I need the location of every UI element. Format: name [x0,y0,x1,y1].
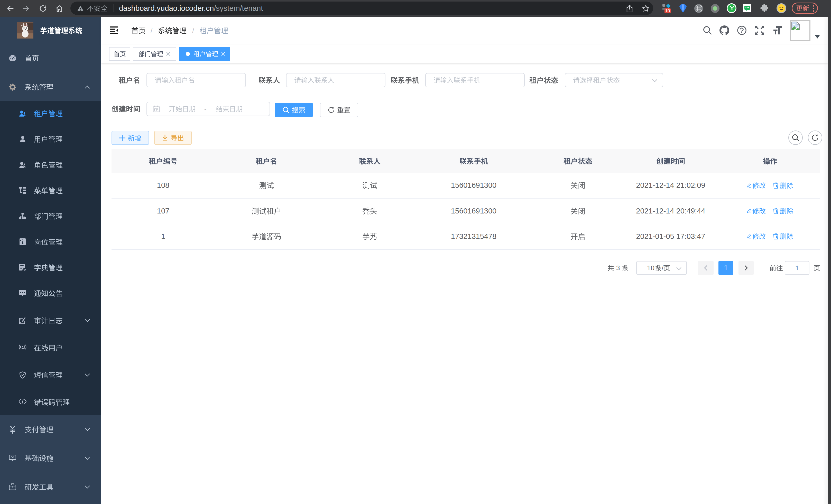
svg-text:10: 10 [665,8,670,13]
